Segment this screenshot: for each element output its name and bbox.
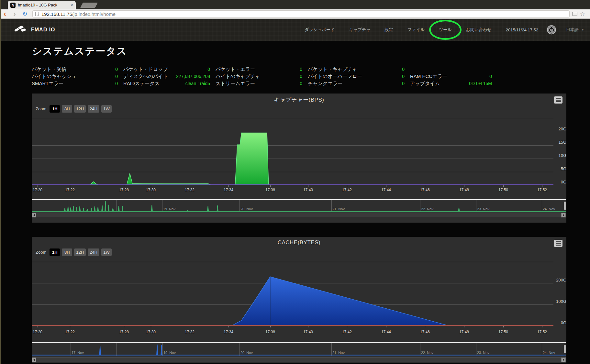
x-axis-label: 17:52 xyxy=(537,330,547,334)
navigator[interactable]: 17. Nov19. Nov20. Nov21. Nov22. Nov23. N… xyxy=(32,342,566,356)
x-axis-tick xyxy=(151,326,151,327)
power-icon[interactable] xyxy=(547,25,556,35)
status-cell: RAIDステータスclean : raid5 xyxy=(123,80,216,87)
tab-title: fmadio10 - 10G Pack xyxy=(18,3,68,7)
bookmark-star-icon[interactable]: ☆ xyxy=(580,11,585,17)
scrollbar-left-arrow[interactable] xyxy=(32,358,36,362)
url-domain: 192.168.11.75 xyxy=(41,11,72,17)
status-value: 0 xyxy=(402,74,405,79)
status-value: 227,687,006,208 xyxy=(176,74,210,79)
status-value: 0 xyxy=(115,67,118,72)
language-selector[interactable]: 日本語 ▼ xyxy=(566,27,584,33)
status-cell: バイトのキャプチャ0 xyxy=(216,73,308,80)
x-axis-label: 17:52 xyxy=(537,188,547,192)
x-axis-tick xyxy=(386,326,386,327)
url-path: /jp.index.html#home xyxy=(72,11,116,17)
y-axis-label: 200G xyxy=(554,278,566,282)
bookmark-card-icon[interactable] xyxy=(572,12,577,16)
plot-area[interactable] xyxy=(32,262,553,326)
y-axis-label: 5G xyxy=(554,166,566,171)
zoom-button-12h[interactable]: 12H xyxy=(74,105,86,113)
y-axis-label: 20G xyxy=(554,127,566,131)
zoom-button-1h[interactable]: 1H xyxy=(50,248,60,256)
x-axis-label: 17:34 xyxy=(224,330,233,334)
left-arrow-icon xyxy=(33,214,35,216)
brand-text: FMAD IO xyxy=(31,27,55,33)
forward-icon[interactable]: › xyxy=(10,11,19,17)
nav-contact[interactable]: お問い合わせ xyxy=(466,27,492,33)
series-svg xyxy=(32,119,553,185)
x-axis-tick xyxy=(228,326,229,327)
navigator-scrollbar[interactable] xyxy=(32,213,566,217)
x-axis-tick xyxy=(542,326,542,327)
navigator[interactable]: 19. Nov20. Nov21. Nov22. Nov23. Nov24. N… xyxy=(32,199,566,212)
x-axis-label: 17:30 xyxy=(146,330,156,334)
navigator-date-label: 23. Nov xyxy=(477,351,489,355)
nav-files[interactable]: ファイル xyxy=(407,27,425,33)
status-cell: パケット・受信0 xyxy=(32,66,123,73)
status-value: 0D 0H 15M xyxy=(469,81,492,86)
status-cell: バイトのオーバーフロー0 xyxy=(308,73,410,80)
nav-tools[interactable]: ツール xyxy=(439,27,452,33)
zoom-button-12h[interactable]: 12H xyxy=(74,248,86,256)
nav-capture[interactable]: キャプチャ xyxy=(349,27,371,33)
reload-icon[interactable]: ↻ xyxy=(19,10,30,17)
x-axis-label: 17:40 xyxy=(303,330,313,334)
chart-menu-icon[interactable] xyxy=(554,240,562,247)
status-value: 0 xyxy=(300,74,302,79)
navigator-date-label: 21. Nov xyxy=(332,207,345,211)
navigator-handle[interactable] xyxy=(564,202,566,210)
navigator-date-label: 22. Nov xyxy=(421,351,433,355)
status-value: 0 xyxy=(489,74,492,79)
toolbar-right-icons: ☆ xyxy=(572,11,585,17)
scrollbar-left-arrow[interactable] xyxy=(32,213,36,217)
address-bar[interactable]: 192.168.11.75/jp.index.html#home xyxy=(32,10,570,17)
status-label: パケット・キャプチャ xyxy=(308,66,357,72)
status-cell xyxy=(410,66,492,73)
x-axis-tick xyxy=(347,185,347,187)
chevron-down-icon: ▼ xyxy=(581,28,584,31)
x-axis-tick xyxy=(38,185,38,187)
scrollbar-right-arrow[interactable] xyxy=(561,358,566,362)
header-menu: ダッシュボードキャプチャ設定ファイルツールお問い合わせ xyxy=(305,27,491,33)
language-label: 日本語 xyxy=(566,27,579,33)
x-axis-tick xyxy=(425,185,425,187)
browser-tab[interactable]: N fmadio10 - 10G Pack × xyxy=(8,1,76,9)
y-axis-label: 10G xyxy=(554,153,566,158)
zoom-button-24h[interactable]: 24H xyxy=(88,248,99,256)
new-tab-button[interactable] xyxy=(80,3,98,8)
zoom-button-1w[interactable]: 1W xyxy=(101,105,112,113)
x-axis-label: 17:22 xyxy=(65,330,75,334)
chart-menu-icon[interactable] xyxy=(554,96,562,104)
x-axis-label: 17:48 xyxy=(459,188,469,192)
capture-bps-chart: キャプチャー(BPS) Zoom1H8H12H24H1W20G15G10G5G0… xyxy=(32,94,566,223)
nav-dashboard[interactable]: ダッシュボード xyxy=(305,27,335,33)
zoom-button-1h[interactable]: 1H xyxy=(50,105,60,113)
plot-area[interactable] xyxy=(32,119,553,185)
x-axis-tick xyxy=(70,185,70,187)
tab-close-icon[interactable]: × xyxy=(71,3,73,8)
x-axis-label: 17:30 xyxy=(146,188,156,192)
status-label: ディスクへのバイト xyxy=(123,73,168,80)
zoom-button-24h[interactable]: 24H xyxy=(88,105,99,113)
fmadio-logo[interactable]: FMAD IO xyxy=(14,25,55,35)
x-axis-label: 17:44 xyxy=(381,330,391,334)
zoom-button-8h[interactable]: 8H xyxy=(62,248,72,256)
nav-settings[interactable]: 設定 xyxy=(385,27,393,33)
zoom-button-1w[interactable]: 1W xyxy=(101,248,112,256)
navigator-scrollbar[interactable] xyxy=(32,357,566,362)
navigator-handle[interactable] xyxy=(564,345,566,353)
status-cell: パケット・ドロップ0 xyxy=(123,66,216,73)
x-axis-tick xyxy=(38,326,38,327)
cache-bytes-chart: CACHE(BYTES) Zoom1H8H12H24H1W200G100G0G1… xyxy=(32,237,566,363)
navigator-date-label: 20. Nov xyxy=(240,351,253,355)
status-label: バイトのキャプチャ xyxy=(216,73,260,80)
back-icon[interactable]: ‹ xyxy=(0,11,10,17)
status-label: SMARTエラー xyxy=(32,81,63,87)
zoom-button-8h[interactable]: 8H xyxy=(62,105,72,113)
x-axis-label: 17:34 xyxy=(224,188,233,192)
status-cell: バイトのキャッシュ0 xyxy=(32,73,123,80)
x-axis-tick xyxy=(308,185,308,187)
green-circle-annotation xyxy=(429,20,462,40)
scrollbar-right-arrow[interactable] xyxy=(561,213,566,217)
